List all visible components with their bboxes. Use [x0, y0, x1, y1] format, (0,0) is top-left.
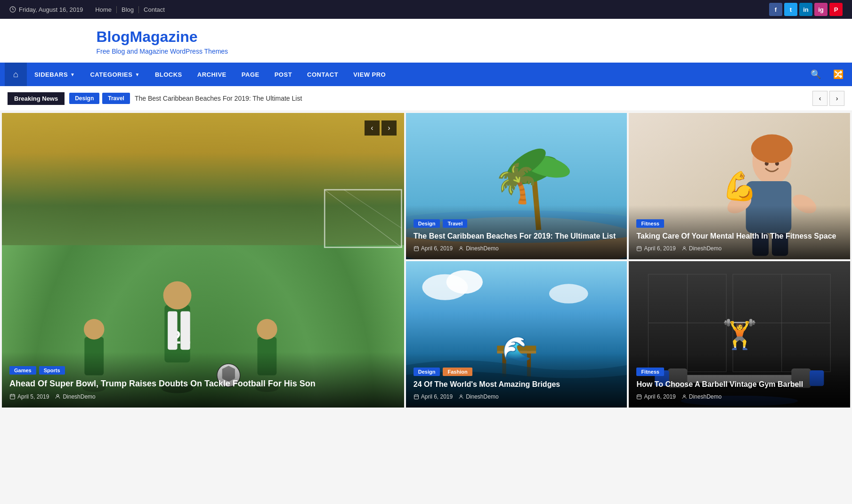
author-icon-4: [458, 394, 464, 400]
gym-date: April 6, 2019: [636, 393, 675, 400]
tag-design-bridges[interactable]: Design: [414, 368, 440, 376]
main-card-next[interactable]: ›: [381, 120, 397, 136]
nav-sidebars[interactable]: SIDEBARS ▼: [27, 63, 83, 86]
bridges-card-tags: Design Fashion: [414, 368, 620, 376]
nav-viewpro[interactable]: VIEW PRO: [346, 63, 393, 86]
home-button[interactable]: ⌂: [5, 63, 27, 86]
breaking-next-button[interactable]: ›: [829, 91, 844, 106]
svg-rect-30: [414, 247, 418, 251]
site-title[interactable]: BlogMagazine: [97, 28, 756, 46]
fitness-card-title: Taking Care Of Your Mental Health In The…: [636, 232, 843, 241]
author-icon-5: [682, 394, 687, 400]
shuffle-button[interactable]: 🔀: [829, 65, 847, 83]
tag-design-caribbean[interactable]: Design: [414, 219, 440, 228]
breaking-news-text: The Best Caribbean Beaches For 2019: The…: [135, 95, 808, 102]
svg-line-2: [325, 190, 401, 247]
fitness-card[interactable]: Fitness Taking Care Of Your Mental Healt…: [629, 113, 850, 259]
instagram-icon[interactable]: ig: [814, 3, 828, 16]
site-tagline: Free Blog and Magazine WordPress Themes: [97, 48, 756, 55]
date-display: Friday, August 16, 2019: [9, 6, 83, 13]
top-nav-blog[interactable]: Blog: [117, 6, 139, 13]
calendar-icon-5: [636, 394, 642, 400]
nav-archive[interactable]: ARCHIVE: [190, 63, 234, 86]
main-card-overlay: Games Sports Ahead Of Super Bowl, Trump …: [2, 352, 404, 407]
caribbean-author: DineshDemo: [458, 245, 498, 252]
gym-card[interactable]: Fitness How To Choose A Barbell Vintage …: [629, 261, 850, 408]
tag-fitness-gym[interactable]: Fitness: [636, 368, 664, 376]
sidebars-arrow: ▼: [70, 72, 75, 77]
main-card-date: April 5, 2019: [9, 393, 49, 400]
top-nav-home[interactable]: Home: [90, 6, 117, 13]
calendar-icon-2: [414, 246, 419, 251]
nav-items: SIDEBARS ▼ CATEGORIES ▼ BLOCKS ARCHIVE P…: [27, 63, 807, 86]
nav-contact[interactable]: CONTACT: [300, 63, 346, 86]
breaking-news-bar: Breaking News Design Travel The Best Car…: [0, 86, 852, 111]
breaking-news-nav: ‹ ›: [812, 91, 844, 106]
bridges-author: DineshDemo: [458, 393, 498, 400]
main-card-prev[interactable]: ‹: [365, 120, 380, 136]
tag-fitness[interactable]: Fitness: [636, 219, 664, 228]
svg-point-34: [460, 247, 462, 248]
bridges-card[interactable]: Design Fashion 24 Of The World's Most Am…: [406, 261, 627, 408]
top-bar: Friday, August 16, 2019 Home Blog Contac…: [0, 0, 852, 19]
nav-categories[interactable]: CATEGORIES ▼: [82, 63, 147, 86]
linkedin-icon[interactable]: in: [799, 3, 812, 16]
nav-blocks[interactable]: BLOCKS: [147, 63, 190, 86]
svg-point-52: [446, 270, 482, 294]
top-nav-contact[interactable]: Contact: [139, 6, 170, 13]
social-icons: f t in ig P: [769, 3, 843, 16]
breaking-news-label: Breaking News: [8, 92, 65, 105]
twitter-icon[interactable]: t: [784, 3, 797, 16]
pinterest-icon[interactable]: P: [829, 3, 843, 16]
svg-line-3: [344, 190, 401, 228]
svg-point-53: [549, 284, 588, 303]
bridges-date: April 6, 2019: [414, 393, 453, 400]
clock-icon: [9, 6, 16, 13]
main-nav: ⌂ SIDEBARS ▼ CATEGORIES ▼ BLOCKS ARCHIVE…: [0, 63, 852, 86]
calendar-icon: [9, 393, 16, 400]
nav-right: 🔍 🔀: [807, 65, 847, 83]
tag-travel-caribbean[interactable]: Travel: [443, 219, 467, 228]
caribbean-card-overlay: Design Travel The Best Caribbean Beaches…: [406, 205, 627, 259]
nav-page[interactable]: PAGE: [234, 63, 267, 86]
nav-post[interactable]: POST: [267, 63, 300, 86]
gym-card-title: How To Choose A Barbell Vintage Gym Barb…: [636, 380, 843, 390]
tag-fashion-bridges[interactable]: Fashion: [443, 368, 472, 376]
svg-rect-58: [414, 395, 418, 399]
breaking-prev-button[interactable]: ‹: [812, 91, 828, 106]
caribbean-card-meta: April 6, 2019 DineshDemo: [414, 245, 620, 252]
breaking-tag-design[interactable]: Design: [69, 93, 99, 104]
fitness-card-meta: April 6, 2019 DineshDemo: [636, 245, 843, 252]
search-button[interactable]: 🔍: [807, 65, 825, 83]
top-nav: Home Blog Contact: [90, 6, 170, 13]
date-text: Friday, August 16, 2019: [19, 6, 83, 13]
svg-rect-8: [168, 312, 177, 350]
gym-author: DineshDemo: [682, 393, 722, 400]
caribbean-date: April 6, 2019: [414, 245, 453, 252]
bridges-card-meta: April 6, 2019 DineshDemo: [414, 393, 620, 400]
svg-point-15: [257, 319, 277, 340]
main-card-title: Ahead Of Super Bowl, Trump Raises Doubts…: [9, 378, 397, 389]
caribbean-card[interactable]: Design Travel The Best Caribbean Beaches…: [406, 113, 627, 259]
content-grid: 22 ‹ › Games Sports: [0, 111, 852, 409]
svg-rect-18: [10, 394, 15, 399]
svg-rect-76: [637, 395, 641, 399]
svg-point-80: [683, 395, 685, 397]
fitness-card-tags: Fitness: [636, 219, 843, 228]
fitness-author: DineshDemo: [682, 245, 722, 252]
svg-point-22: [57, 394, 59, 396]
svg-point-44: [751, 135, 793, 163]
breaking-tags: Design Travel: [69, 93, 130, 104]
breaking-tag-travel[interactable]: Travel: [102, 93, 130, 104]
facebook-icon[interactable]: f: [769, 3, 782, 16]
tag-games[interactable]: Games: [9, 366, 36, 375]
fitness-card-overlay: Fitness Taking Care Of Your Mental Healt…: [629, 205, 850, 259]
tag-sports[interactable]: Sports: [39, 366, 65, 375]
author-icon: [55, 393, 61, 400]
main-featured-card[interactable]: 22 ‹ › Games Sports: [2, 113, 404, 408]
gym-card-tags: Fitness: [636, 368, 843, 376]
calendar-icon-3: [636, 246, 642, 251]
gym-card-meta: April 6, 2019 DineshDemo: [636, 393, 843, 400]
author-icon-2: [458, 246, 464, 251]
main-card-author: DineshDemo: [55, 393, 95, 400]
